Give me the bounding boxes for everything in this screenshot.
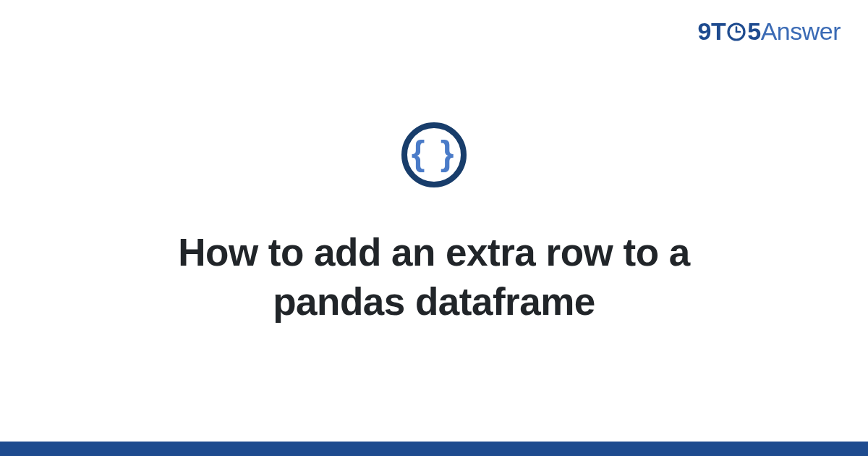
main-content: { } How to add an extra row to a pandas … (0, 0, 868, 442)
page-title: How to add an extra row to a pandas data… (109, 228, 760, 326)
footer-bar (0, 442, 868, 456)
code-braces-icon: { } (401, 122, 467, 187)
braces-glyph: { } (412, 136, 457, 171)
